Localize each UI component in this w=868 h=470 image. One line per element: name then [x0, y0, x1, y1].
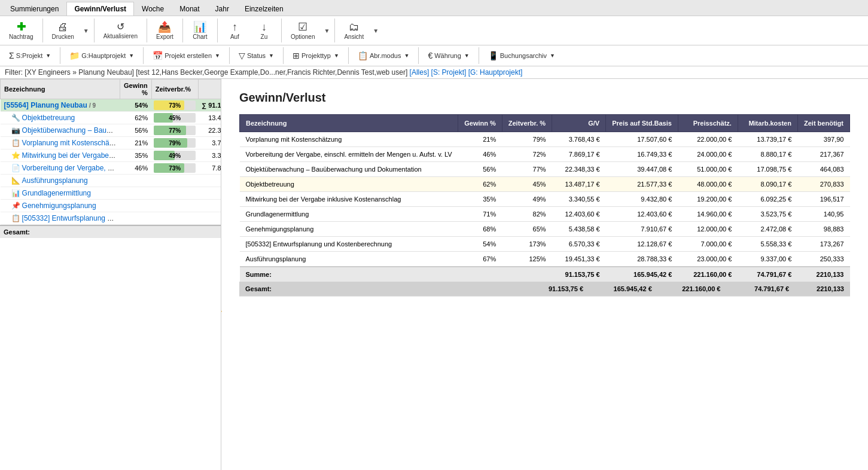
tab-monat[interactable]: Monat [172, 2, 207, 16]
right-cell-1: 21% [458, 132, 502, 147]
wahrung-button[interactable]: € Währung ▼ [422, 48, 474, 63]
optionen-button[interactable]: ☑ Optionen [285, 19, 321, 42]
tab-summierungen[interactable]: Summierungen [2, 2, 66, 16]
right-cell-7: 98,883 [797, 222, 849, 237]
zu-button[interactable]: ↓ Zu [251, 19, 278, 42]
right-cell-6: 6.092,25 € [738, 192, 797, 207]
tab-jahr[interactable]: Jahr [208, 2, 237, 16]
right-cell-0: Ausführungsplanung [240, 252, 458, 267]
cell-gewinn: 62% [120, 112, 152, 124]
left-table-row[interactable]: 📄 Vorbereitung der Vergabe, einschl. erm… [1, 162, 221, 175]
t2-separator-7 [479, 47, 479, 64]
right-cell-3: 13.487,17 € [552, 177, 606, 192]
right-table-row[interactable]: [505332] Entwurfsplanung und Kostenberec… [240, 237, 850, 252]
summe-preis: 165.945,42 € [606, 267, 678, 282]
right-cell-2: 72% [502, 147, 552, 162]
projekttyp-button[interactable]: ⊞ Projekttyp ▼ [287, 48, 345, 63]
cell-gv [198, 212, 221, 225]
right-table-row[interactable]: Objektbetreuung62%45%13.487,17 €21.577,3… [240, 177, 850, 192]
cell-gv: ∑ 91.153,75 € [198, 99, 221, 112]
right-table-row[interactable]: Vorbereitung der Vergabe, einschl. ermit… [240, 147, 850, 162]
left-table-row[interactable]: 🔧 Objektbetreuung62% 45% 13.487,17 €21.5… [1, 112, 221, 124]
separator-4 [182, 19, 183, 42]
abr-modus-label: Abr.modus [370, 52, 401, 59]
filter-s-projekt-link[interactable]: [S: Projekt] [431, 68, 467, 77]
filter-alles-link[interactable]: [Alles] [410, 68, 430, 77]
left-table-row[interactable]: 📐 Ausführungsplanung [1, 175, 221, 187]
right-table-row[interactable]: Genehmigungsplanung68%65%5.438,58 €7.910… [240, 222, 850, 237]
drucken-button[interactable]: 🖨 Drucken [47, 19, 80, 42]
right-table-row[interactable]: Mitwirkung bei der Vergabe inklusive Kos… [240, 192, 850, 207]
s-projekt-arrow: ▼ [45, 53, 51, 59]
right-cell-3: 6.570,33 € [552, 237, 606, 252]
separator-7 [334, 19, 335, 42]
projekt-erstellen-label: Projekt erstellen [165, 52, 212, 59]
right-table-row[interactable]: Grundlagenermittlung71%82%12.403,60 €12.… [240, 207, 850, 222]
right-table-row[interactable]: Objektüberwachung – Bauüberwachung und D… [240, 162, 850, 177]
cell-zeitverbr: 73% [151, 99, 198, 112]
left-panel: Bezeichnung Gewinn % Zeitverbr.% G/V Pre… [0, 79, 221, 470]
left-table-row[interactable]: ⭐ Mitwirkung bei der Vergabe inklusive K… [1, 149, 221, 162]
buchungsarchiv-arrow: ▼ [550, 53, 555, 59]
right-cell-7: 397,90 [797, 132, 849, 147]
left-table-row[interactable]: 📋 [505332] Entwurfsplanung und Kostenber… [1, 212, 221, 225]
auf-label: Auf [230, 33, 239, 40]
right-table-row[interactable]: Ausführungsplanung67%125%19.451,33 €28.7… [240, 252, 850, 267]
right-cell-3: 22.348,33 € [552, 162, 606, 177]
right-cell-7: 196,517 [797, 192, 849, 207]
options-icon: ☑ [298, 22, 307, 32]
right-cell-5: 48.000,00 € [678, 177, 738, 192]
cell-gewinn: 56% [120, 124, 152, 137]
ansicht-button[interactable]: 🗂 Ansicht [339, 19, 369, 42]
status-button[interactable]: ▽ Status ▼ [233, 48, 279, 63]
right-cell-6: 8.880,17 € [738, 147, 797, 162]
nachtrag-button[interactable]: ✚ Nachtrag [4, 19, 39, 42]
tab-woche[interactable]: Woche [134, 2, 172, 16]
drucken-dropdown-arrow[interactable]: ▼ [82, 26, 90, 35]
s-projekt-button[interactable]: Σ S:Projekt ▼ [4, 48, 56, 63]
t2-separator-4 [283, 47, 284, 64]
summe-zeit: 2210,133 [797, 267, 849, 282]
left-table-body: [55564] Planung Neubau / 954% 73% ∑ 91.1… [1, 99, 221, 225]
cell-bezeichnung: 📌 Genehmigungsplanung [1, 200, 120, 212]
left-table-row[interactable]: [55564] Planung Neubau / 954% 73% ∑ 91.1… [1, 99, 221, 112]
left-table-row[interactable]: 📌 Genehmigungsplanung [1, 200, 221, 212]
t2-separator-3 [229, 47, 230, 64]
cell-gewinn: 54% [120, 99, 152, 112]
summe-mitarb: 74.791,67 € [738, 267, 797, 282]
zu-label: Zu [261, 33, 268, 40]
cell-bezeichnung: 📐 Ausführungsplanung [1, 175, 120, 187]
projekt-erstellen-button[interactable]: 📅 Projekt erstellen ▼ [147, 48, 226, 63]
wahrung-label: Währung [434, 52, 461, 59]
left-table-row[interactable]: 📋 Vorplanung mit Kostenschätzung21% 79% … [1, 137, 221, 149]
right-col-gewinn: Gewinn % [458, 115, 502, 132]
filter-g-hauptprojekt-link[interactable]: [G: Hauptprojekt] [468, 68, 523, 77]
chart-button[interactable]: 📊 Chart [187, 19, 214, 42]
right-table-row[interactable]: Vorplanung mit Kostenschätzung21%79%3.76… [240, 132, 850, 147]
grid-icon: ⊞ [293, 51, 300, 60]
right-cell-3: 12.403,60 € [552, 207, 606, 222]
right-cell-3: 19.451,33 € [552, 252, 606, 267]
tab-gewinn-verlust[interactable]: Gewinn/Verlust [66, 2, 134, 16]
t2-separator-6 [418, 47, 419, 64]
auf-button[interactable]: ↑ Auf [221, 19, 248, 42]
left-table: Bezeichnung Gewinn % Zeitverbr.% G/V Pre… [0, 79, 221, 225]
gesamt-zeit: 2210,133 [795, 282, 850, 297]
buchungsarchiv-button[interactable]: 📱 Buchungsarchiv ▼ [483, 48, 561, 63]
tab-einzelzeiten[interactable]: Einzelzeiten [237, 2, 291, 16]
left-table-row[interactable]: 📷 Objektüberwachung – Bauüberwachung und… [1, 124, 221, 137]
g-hauptprojekt-button[interactable]: 📁 G:Hauptprojekt ▼ [64, 48, 139, 63]
print-icon: 🖨 [57, 22, 68, 32]
aktualisieren-button[interactable]: ↺ Aktualisieren [98, 20, 143, 42]
right-cell-1: 62% [458, 177, 502, 192]
left-table-row[interactable]: 📊 Grundlagenermittlung [1, 187, 221, 200]
left-scroll-area[interactable]: Bezeichnung Gewinn % Zeitverbr.% G/V Pre… [0, 79, 221, 470]
right-cell-0: [505332] Entwurfsplanung und Kostenberec… [240, 237, 458, 252]
ansicht-dropdown-arrow[interactable]: ▼ [371, 26, 380, 35]
sigma-icon: Σ [9, 51, 14, 60]
cell-gv: 3.768,43 € [198, 137, 221, 149]
export-button[interactable]: 📤 Export [151, 19, 179, 42]
optionen-dropdown-arrow[interactable]: ▼ [323, 26, 331, 35]
cell-zeitverbr: 77% [151, 124, 198, 137]
abr-modus-button[interactable]: 📋 Abr.modus ▼ [352, 48, 415, 63]
